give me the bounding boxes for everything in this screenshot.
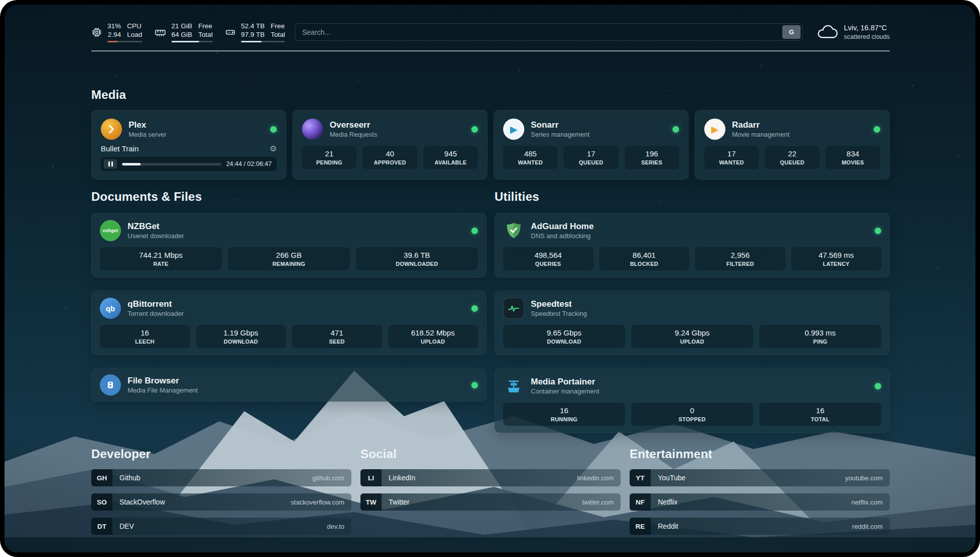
card-title: Media Portainer — [531, 376, 599, 387]
bookmark-list-entertainment: YTYouTubeyoutube.comNFNetflixnetflix.com… — [630, 469, 890, 535]
system-stats: 31% 2.94 CPU Load — [91, 22, 285, 42]
bookmark-linkedin[interactable]: LILinkedInlinkedin.com — [360, 469, 621, 486]
search-provider-button[interactable]: G — [782, 25, 801, 39]
sonarr-stats: 485WANTED17QUEUED196SERIES — [503, 146, 679, 169]
stat-label: MOVIES — [828, 159, 878, 165]
stat-queued: 17QUEUED — [564, 146, 618, 169]
cloud-icon — [817, 23, 838, 41]
speedtest-icon — [503, 298, 524, 319]
stat-label: UPLOAD — [390, 339, 476, 345]
card-title: AdGuard Home — [531, 221, 594, 232]
stat-total: 16TOTAL — [759, 403, 881, 426]
stat-blocked: 86,401BLOCKED — [599, 247, 690, 270]
stat-downloaded: 39.6 TBDOWNLOADED — [356, 247, 478, 270]
stat-rate: 744.21 MbpsRATE — [100, 247, 222, 270]
card-subtitle: Usenet downloader — [128, 232, 184, 240]
bookmark-name: Netflix — [651, 498, 678, 506]
bookmark-abbr: SO — [91, 493, 112, 511]
qbittorrent-icon: qb — [100, 298, 121, 319]
bookmark-twitter[interactable]: TWTwittertwitter.com — [360, 493, 621, 511]
dashboard-screen: 31% 2.94 CPU Load — [5, 5, 975, 552]
stat-value: 498,564 — [505, 250, 591, 260]
weather-location-temp: Lviv, 16.87°C — [844, 23, 890, 33]
memory-usage-bar — [171, 41, 213, 42]
bookmark-list-social: LILinkedInlinkedin.comTWTwittertwitter.c… — [360, 469, 621, 511]
stat-label: DOWNLOADED — [358, 261, 476, 267]
bookmark-url: linkedin.com — [577, 474, 621, 482]
stat-pending: 21PENDING — [302, 146, 356, 169]
stat-label: RUNNING — [505, 416, 623, 422]
card-title: qBittorrent — [128, 299, 183, 309]
pause-button[interactable] — [104, 159, 117, 169]
portainer-icon — [503, 375, 524, 397]
stat-label: SERIES — [627, 159, 677, 165]
search-input[interactable] — [295, 23, 803, 41]
stat-value: 196 — [627, 149, 677, 158]
cpu-usage-bar-fill — [107, 41, 118, 42]
card-title: Sonarr — [531, 120, 589, 130]
bookmark-url: stackoverflow.com — [291, 498, 351, 506]
stat-value: 16 — [505, 406, 623, 415]
stat-leech: 16LEECH — [100, 325, 190, 348]
bookmark-github[interactable]: GHGithubgithub.com — [91, 469, 351, 486]
bookmark-abbr: YT — [630, 469, 651, 486]
card-sonarr[interactable]: ▶ Sonarr Series management 485WANTED17QU… — [494, 110, 689, 180]
card-plex[interactable]: Plex Media server Bullet Train ⚙ — [91, 110, 286, 180]
card-overseerr[interactable]: Overseerr Media Requests 21PENDING40APPR… — [292, 110, 487, 180]
section-utilities: Utilities AdGuard Home DNS and adblockin… — [495, 190, 890, 433]
section-title-entertainment: Entertainment — [630, 447, 890, 461]
memory-total-label: Total — [198, 30, 213, 39]
bookmark-abbr: RE — [630, 518, 651, 535]
stat-ping: 0.993 msPING — [759, 325, 881, 348]
nzbget-stats: 744.21 MbpsRATE266 GBREMAINING39.6 TBDOW… — [100, 247, 478, 270]
nzbget-icon: nzbget — [100, 220, 121, 241]
portainer-stats: 16RUNNING0STOPPED16TOTAL — [503, 403, 881, 426]
stat-label: WANTED — [706, 159, 757, 165]
status-dot — [875, 383, 881, 389]
stat-label: FILTERED — [697, 261, 783, 267]
weather-widget: Lviv, 16.87°C scattered clouds — [817, 23, 890, 41]
stat-value: 39.6 TB — [358, 250, 476, 260]
stat-upload: 9.24 GbpsUPLOAD — [631, 325, 753, 348]
bookmark-netflix[interactable]: NFNetflixnetflix.com — [630, 493, 890, 511]
section-title-developer: Developer — [91, 447, 351, 461]
stat-queries: 498,564QUERIES — [503, 247, 593, 270]
card-title: Radarr — [732, 120, 789, 130]
section-media: Plex Media server Bullet Train ⚙ — [91, 110, 890, 180]
bookmark-dev[interactable]: DTDEVdev.to — [91, 518, 351, 535]
qbittorrent-stats: 16LEECH1.19 GbpsDOWNLOAD471SEED618.52 Mb… — [100, 325, 478, 348]
card-title: File Browser — [128, 375, 198, 386]
stat-label: BLOCKED — [601, 261, 688, 267]
bookmark-youtube[interactable]: YTYouTubeyoutube.com — [630, 469, 890, 486]
stat-latency: 47.569 msLATENCY — [791, 247, 882, 270]
bookmark-group-developer: Developer GHGithubgithub.comSOStackOverf… — [91, 447, 351, 542]
stat-value: 834 — [828, 149, 878, 158]
section-documents: Documents & Files nzbget NZBGet Usenet d… — [91, 190, 486, 433]
adguard-stats: 498,564QUERIES86,401BLOCKED2,956FILTERED… — [503, 247, 881, 270]
card-filebrowser[interactable]: File Browser Media File Management — [91, 368, 486, 402]
card-title: Overseerr — [330, 120, 377, 130]
bookmark-name: DEV — [112, 522, 134, 530]
search-bar: G — [295, 23, 803, 41]
bookmark-abbr: DT — [91, 518, 112, 535]
stat-value: 471 — [294, 328, 380, 338]
section-title-social: Social — [360, 447, 621, 461]
bookmark-reddit[interactable]: RERedditreddit.com — [630, 518, 890, 535]
disk-total-label: Total — [271, 30, 285, 39]
card-radarr[interactable]: ▶ Radarr Movie management 17WANTED22QUEU… — [695, 110, 890, 180]
card-speedtest[interactable]: Speedtest Speedtest Tracking 9.65 GbpsDO… — [495, 291, 890, 355]
card-portainer[interactable]: Media Portainer Container management 16R… — [495, 368, 890, 433]
bookmark-abbr: TW — [360, 493, 382, 511]
disk-usage-bar — [241, 41, 285, 42]
card-qbittorrent[interactable]: qb qBittorrent Torrent downloader 16LEEC… — [91, 291, 486, 355]
stat-filtered: 2,956FILTERED — [695, 247, 785, 270]
stat-label: QUERIES — [505, 261, 591, 267]
topbar-divider — [91, 50, 890, 51]
bookmark-stackoverflow[interactable]: SOStackOverflowstackoverflow.com — [91, 493, 351, 511]
stat-available: 945AVAILABLE — [423, 146, 478, 169]
card-nzbget[interactable]: nzbget NZBGet Usenet downloader 744.21 M… — [91, 213, 486, 277]
gear-icon[interactable]: ⚙ — [270, 145, 277, 153]
stat-download: 1.19 GbpsDOWNLOAD — [196, 325, 286, 348]
card-adguard[interactable]: AdGuard Home DNS and adblocking 498,564Q… — [495, 213, 890, 277]
stat-value: 22 — [767, 149, 817, 158]
